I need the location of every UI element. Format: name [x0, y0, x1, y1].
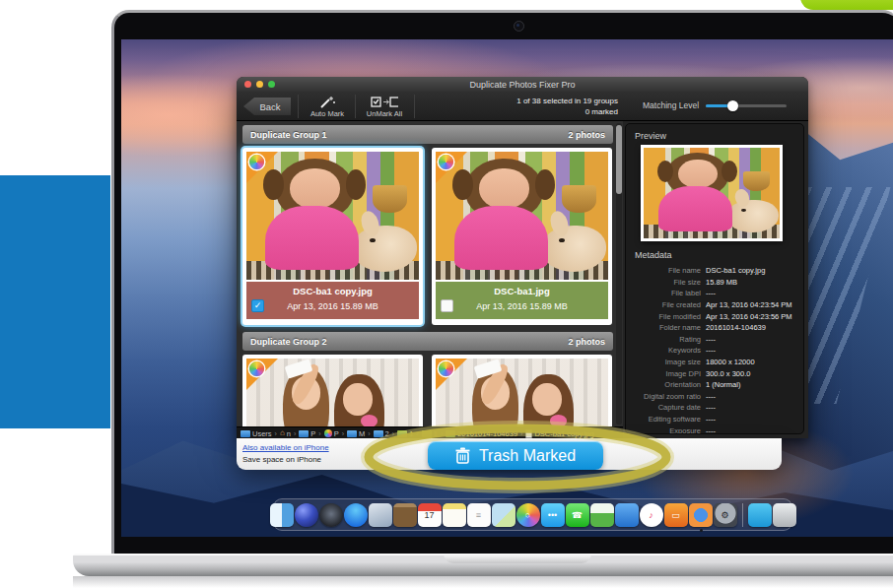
trash-marked-button[interactable]: Trash Marked — [428, 441, 603, 470]
scene-part — [290, 168, 340, 210]
file-icon — [525, 429, 532, 438]
preview-icon[interactable] — [369, 503, 392, 527]
breadcrumb-label: Users — [252, 429, 272, 438]
numbers-icon[interactable] — [590, 503, 614, 527]
iphone-link[interactable]: Also available on iPhone — [242, 443, 329, 452]
breadcrumb-item[interactable]: 20161014-104639 — [446, 429, 517, 438]
slider-knob[interactable] — [727, 100, 738, 111]
breadcrumb-item[interactable]: 1 — [397, 429, 413, 438]
photos-icon[interactable]: ○ — [516, 503, 540, 527]
metadata-label: Capture date — [626, 403, 701, 412]
window-title: Duplicate Photos Fixer Pro — [237, 80, 808, 90]
metadata-row: File nameDSC-ba1 copy.jpg — [626, 265, 803, 277]
breadcrumb-label: P — [334, 429, 339, 438]
mark-checkbox[interactable]: ✓ — [251, 299, 264, 312]
photo-caption-band: DSC-ba1.jpgApr 13, 2016 15.89 MB — [436, 282, 608, 319]
page: 17≡○•••☎♪▭⚙ Duplicate Photos Fixer Pro B… — [0, 0, 893, 588]
scene-part — [550, 415, 568, 426]
auto-mark-button[interactable]: Auto Mark — [302, 94, 353, 118]
finder-icon[interactable] — [270, 503, 294, 527]
scene-part — [532, 383, 562, 417]
breadcrumb-separator: › — [342, 430, 344, 437]
breadcrumb-item[interactable]: P — [324, 429, 339, 438]
unmark-icon — [371, 96, 398, 108]
metadata-row: File label---- — [626, 288, 803, 299]
dock: 17≡○•••☎♪▭⚙ — [273, 498, 792, 531]
folder-icon — [374, 430, 383, 437]
metadata-row: Capture date---- — [626, 402, 803, 414]
metadata-label: File modified — [626, 312, 701, 321]
scene-face — [678, 160, 718, 188]
scene-shirt — [658, 186, 732, 231]
dock-separator — [742, 503, 743, 527]
photos-pinwheel-icon — [249, 361, 264, 376]
photo-card[interactable]: DSC-ba1.jpgApr 13, 2016 15.89 MB — [432, 148, 612, 325]
metadata-value: Apr 13, 2016 04:23:56 PM — [706, 312, 792, 321]
auto-mark-label: Auto Mark — [310, 109, 344, 118]
scrollbar-thumb[interactable] — [616, 125, 622, 194]
breadcrumb-label: 20161014-104639 — [457, 429, 517, 438]
scene-part — [562, 185, 596, 214]
notes-icon[interactable] — [443, 503, 466, 527]
messages-icon[interactable]: ••• — [541, 503, 565, 527]
group-cards-row: DSC-ba1 copy.jpgApr 13, 2016 15.89 MB✓DS… — [242, 148, 613, 325]
scene-part — [479, 168, 529, 210]
group-header: Duplicate Group 22 photos — [242, 332, 613, 351]
metadata-label: Keywords — [626, 346, 701, 355]
title-bar[interactable]: Duplicate Photos Fixer Pro — [237, 77, 808, 92]
siri-icon[interactable] — [295, 503, 318, 527]
contacts-icon[interactable] — [393, 503, 417, 527]
launchpad-icon[interactable] — [319, 503, 343, 527]
breadcrumb-item[interactable]: Users — [240, 429, 272, 438]
unmark-all-button[interactable]: UnMark All — [359, 94, 410, 118]
downloads-folder-icon[interactable] — [748, 503, 772, 527]
folder-icon — [446, 430, 455, 437]
breadcrumb-item[interactable]: ⌂n — [280, 429, 291, 438]
breadcrumb-separator: › — [368, 430, 370, 437]
breadcrumb-separator: › — [392, 430, 394, 437]
metadata-row: Folder name20161014-104639 — [626, 322, 803, 334]
matching-level-slider[interactable] — [706, 104, 787, 107]
metadata-row: Keywords---- — [626, 345, 803, 357]
keynote-icon[interactable] — [615, 503, 639, 527]
system-preferences-icon[interactable]: ⚙ — [714, 503, 737, 527]
breadcrumb-label: M — [359, 429, 365, 438]
calendar-icon[interactable]: 17 — [418, 503, 442, 527]
breadcrumb-item[interactable]: 2 — [374, 429, 389, 438]
photo-card[interactable]: DSC-ba1 copy.jpgApr 13, 2016 15.89 MB✓ — [242, 148, 423, 325]
maps-icon[interactable] — [492, 503, 515, 527]
metadata-label: File size — [626, 278, 701, 287]
metadata-value: 300.0 x 300.0 — [706, 369, 750, 378]
breadcrumb-item[interactable]: P — [299, 429, 315, 438]
facetime-icon[interactable]: ☎ — [566, 503, 589, 527]
safari-icon[interactable] — [344, 503, 368, 527]
metadata-label: Image DPI — [626, 369, 701, 378]
photo-caption-band: DSC-ba1 copy.jpgApr 13, 2016 15.89 MB✓ — [246, 282, 419, 319]
photo-card[interactable] — [242, 355, 423, 426]
breadcrumb-separator: › — [275, 430, 277, 437]
trash-icon[interactable] — [773, 503, 796, 527]
metadata-table: File nameDSC-ba1 copy.jpgFile size15.89 … — [626, 265, 803, 434]
breadcrumb-item[interactable]: M — [347, 429, 365, 438]
breadcrumb-label: 2 — [385, 429, 389, 438]
breadcrumb-label: 1 — [434, 429, 438, 438]
selection-status: 1 of 38 selected in 19 groups 0 marked — [516, 96, 618, 117]
reminders-icon[interactable]: ≡ — [467, 503, 491, 527]
metadata-value: ---- — [706, 403, 716, 412]
ibooks-icon[interactable]: ▭ — [664, 503, 688, 527]
duplicate-groups-list[interactable]: Duplicate Group 12 photosDSC-ba1 copy.jp… — [237, 121, 623, 426]
mark-checkbox[interactable] — [441, 299, 453, 312]
photos-icon — [324, 429, 332, 437]
itunes-icon[interactable]: ♪ — [640, 503, 663, 527]
photo-card[interactable] — [432, 355, 612, 426]
metadata-value: 20161014-104639 — [706, 323, 766, 332]
breadcrumb-label: P — [310, 429, 315, 438]
duplicate-photos-fixer-pro-icon[interactable] — [689, 503, 713, 527]
toolbar-divider — [298, 95, 299, 118]
breadcrumb-item[interactable]: DSC-ba1 copy.jpg — [525, 429, 593, 438]
back-button[interactable]: Back — [243, 98, 291, 115]
photo-date-size: Apr 13, 2016 15.89 MB✓ — [246, 296, 419, 311]
folder-icon — [422, 430, 432, 437]
breadcrumb-item[interactable]: 1 — [422, 429, 438, 438]
metadata-row: File size15.89 MB — [626, 277, 803, 289]
